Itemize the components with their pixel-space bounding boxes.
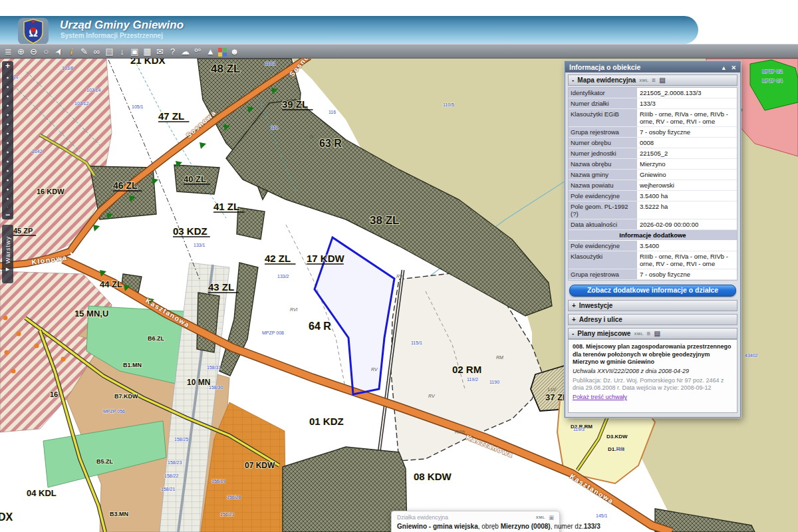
plan-content-link[interactable]: Pokaż treść uchwały [573, 394, 627, 402]
close-icon[interactable]: ✕ [731, 65, 736, 71]
message-icon[interactable]: ✉ [155, 46, 165, 57]
attribute-value: 221505_2 [637, 148, 737, 158]
parcel-number-label: 119 [616, 446, 623, 451]
map-zone-label: 63 R [319, 138, 342, 149]
section-adresy-i-ulice[interactable]: + Adresy i ulice [568, 314, 737, 325]
download-icon[interactable]: ↓ [117, 46, 127, 57]
map-zone-label: 21 KDX [130, 59, 166, 66]
zoom-out-button[interactable]: − [5, 210, 10, 219]
map-zone-label: B7.KDW [114, 393, 138, 400]
attribute-value: 3.5400 [637, 241, 737, 251]
gniewino-coat-of-arms: Ω [17, 17, 51, 45]
map-zone-label: 04 KDL [27, 488, 57, 498]
print-icon[interactable]: ▤ [104, 46, 114, 57]
zoom-in-button[interactable]: + [5, 61, 10, 70]
attribute-label: Numer jednostki [569, 148, 637, 158]
attribute-label: Pole geom. PL-1992 (?) [569, 201, 637, 219]
map-zone-label: B1.MN [123, 362, 142, 368]
map-zone-label: DX [0, 511, 13, 523]
map-zone-label: 44 ZL [100, 279, 122, 289]
map-zone-label: 43 ZL [208, 281, 234, 293]
zoom-in-icon[interactable]: ⊕ [16, 46, 26, 57]
measure-icon[interactable]: ∞ [92, 46, 102, 57]
more-parcel-info-button[interactable]: Zobacz dodatkowe informacje o działce [569, 285, 736, 297]
section-inwestycje[interactable]: + Inwestycje [568, 300, 737, 311]
app-banner: Ω Urząd Gminy Gniewino System Informacji… [0, 16, 698, 44]
map-zone-label: 42 ZL [265, 253, 291, 264]
attribute-label: Identyfikator [569, 88, 637, 98]
parcel-number-label: MPZP 056 [103, 409, 125, 414]
copy-view-icon[interactable]: ▣ [130, 46, 140, 57]
plan-publication: Publikacja: Dz. Urz. Woj. Pomorskiego Nr… [573, 377, 733, 392]
attribute-row: Nazwa gminyGniewino [569, 170, 737, 180]
parcel-number-label: 2142 [32, 149, 43, 154]
select-circle-icon[interactable]: ○ [41, 46, 51, 57]
xml-export-icon[interactable]: XML [634, 332, 643, 336]
layers-icon[interactable]: ≣ [3, 46, 13, 57]
parcel-tooltip: Działka ewidencyjna XML ▣ Gniewino - gmi… [391, 511, 560, 532]
map-zone-label: B3.MN [110, 511, 128, 517]
map-zone-label: 47 ZL [158, 110, 184, 122]
parcel-number-label: 1190 [489, 380, 499, 384]
zoom-slider-track[interactable] [2, 73, 13, 207]
parcel-number-label: 110/1 [265, 61, 276, 66]
popup-text: Gniewino - gmina wiejska, obręb Mierzyno… [397, 523, 554, 530]
attribute-label: Pole ewidencyjne [569, 191, 637, 201]
attribute-row: Grupa rejestrowa7 - osoby fizyczne [569, 127, 737, 138]
draw-line-icon[interactable]: ✎ [79, 46, 89, 57]
map-zone-label: 38 ZL [370, 214, 399, 227]
nodes-icon[interactable]: º° [193, 46, 203, 57]
xml-export-icon[interactable]: XML [536, 515, 545, 519]
map-zone-label: B6.ZL [148, 335, 165, 342]
soil-class-label: RM [496, 355, 503, 360]
soil-class-label: LsV [548, 387, 557, 392]
parcel-number-label: 112 [271, 125, 278, 130]
panel-title: Informacja o obiekcie [569, 62, 640, 72]
attribute-value: 7 - osoby fizyczne [637, 269, 737, 279]
cloud-icon[interactable]: ☁ [180, 46, 190, 57]
map-zone-label: 03 KDZ [173, 225, 207, 237]
list-view-icon[interactable]: ≡ [652, 77, 656, 84]
minimize-icon[interactable]: ▴ [722, 65, 726, 71]
printer-icon[interactable]: ▤ [654, 331, 660, 337]
panel-title-bar[interactable]: Informacja o obiekcie ▴ ✕ [565, 62, 740, 72]
parcel-number-label: 116 [329, 110, 336, 114]
table-icon[interactable]: ▦ [142, 46, 152, 57]
attribute-row: Pole geom. PL-1992 (?)3.5222 ha [569, 201, 737, 219]
attribute-value: 221505_2.0008.133/3 [637, 88, 737, 98]
parcel-number-label: 158/25 [174, 437, 189, 442]
parcel-number-label: 145/1 [596, 513, 608, 518]
user-icon[interactable]: ☻ [229, 46, 239, 57]
expand-glyph: + [572, 316, 576, 323]
parcel-number-label: 133/1 [194, 243, 205, 247]
zoom-out-icon[interactable]: ⊖ [29, 46, 39, 57]
info-icon[interactable]: i [66, 46, 76, 57]
section-title: Plany miejscowe [577, 330, 630, 337]
map-zone-label: D3.KDW [606, 434, 628, 440]
parcel-number-label: 156/23 [220, 512, 235, 517]
xml-export-icon[interactable]: XML [639, 78, 648, 82]
attribute-label: Klasoużytki [569, 251, 637, 269]
legend-icon[interactable] [218, 48, 227, 57]
popup-title: Działka ewidencyjna [397, 514, 448, 521]
attribute-value: 2026-02-09 00:00:00 [637, 219, 737, 229]
expand-arrow-icon: ▶ [6, 267, 9, 272]
attribute-row: KlasoużytkiRIIIb - orne, RIVa - orne, RI… [569, 251, 737, 269]
list-view-icon[interactable]: ≡ [647, 331, 651, 337]
section-mapa-ewidencyjna[interactable]: - Mapa ewidencyjna XML ≡ ▤ [568, 74, 737, 86]
help-icon[interactable]: ? [168, 46, 178, 57]
section-plany-miejscowe[interactable]: - Plany miejscowe XML ≡ ▤ [568, 328, 737, 339]
pointer-icon[interactable]: ➤ [51, 44, 66, 58]
chart-3d-icon[interactable]: ▲ [205, 46, 215, 57]
collapse-glyph: - [572, 330, 574, 337]
map-zone-label: 02 RM [452, 364, 481, 375]
attribute-row: Pole ewidencyjne3.5400 [569, 241, 737, 251]
parcel-number-label: 110/5 [443, 102, 454, 107]
popup-corner-icon[interactable]: ▣ [549, 514, 554, 521]
printer-icon[interactable]: ▤ [659, 77, 665, 84]
layers-panel-tab[interactable]: Warstwy ▶ [2, 225, 13, 283]
attribute-label: Nazwa obrębu [569, 159, 637, 169]
attribute-value: 3.5222 ha [637, 201, 737, 219]
attribute-label: Data aktualności [569, 219, 637, 229]
zoom-slider[interactable]: + − [2, 61, 13, 219]
